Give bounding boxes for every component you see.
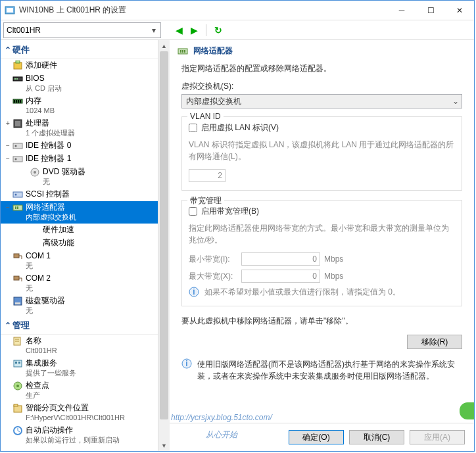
tree-item[interactable]: COM 2无	[1, 272, 158, 295]
tree-item[interactable]: 内存1024 MB	[1, 95, 158, 117]
item-icon	[30, 167, 40, 178]
content-body: 指定网络适配器的配置或移除网络适配器。 虚拟交换机(S): 内部虚拟交换机 ⌄ …	[170, 59, 474, 423]
svg-point-21	[15, 194, 17, 196]
vlan-id-input[interactable]	[189, 169, 226, 182]
body: ⌃ 硬件 添加硬件BIOS从 CD 启动内存1024 MB+处理器1 个虚拟处理…	[1, 40, 474, 451]
management-label: 管理	[12, 320, 30, 331]
tree-scrollbar[interactable]: ▲ ▼	[158, 40, 170, 451]
svg-rect-5	[14, 78, 16, 80]
bw-max-input[interactable]	[241, 270, 320, 283]
panel-title: 网络适配器	[193, 45, 233, 57]
svg-rect-23	[15, 206, 16, 209]
item-icon	[30, 238, 40, 249]
remove-description: 要从此虚拟机中移除网络适配器，请单击"移除"。	[181, 316, 353, 327]
bw-min-input[interactable]	[241, 252, 320, 266]
svg-rect-38	[14, 404, 18, 406]
vlan-enable-label: 启用虚拟 LAN 标识(V)	[201, 122, 279, 133]
tree-item[interactable]: SCSI 控制器	[1, 188, 158, 201]
apply-button[interactable]: 应用(A)	[410, 430, 465, 444]
item-label: 磁盘驱动器	[26, 296, 158, 306]
management-header[interactable]: ⌃ 管理	[1, 317, 158, 335]
scroll-thumb[interactable]	[160, 51, 168, 419]
chevron-down-icon: ▾	[149, 26, 159, 35]
bw-max-label: 最大带宽(X):	[189, 271, 241, 282]
vlan-enable-checkbox[interactable]: 启用虚拟 LAN 标识(V)	[189, 122, 455, 133]
refresh-icon[interactable]: ↻	[214, 25, 222, 36]
svg-rect-8	[14, 100, 15, 103]
svg-rect-10	[18, 100, 19, 103]
scroll-up-icon[interactable]: ▲	[158, 40, 170, 51]
item-sublabel: 从 CD 启动	[26, 83, 158, 93]
tree-item[interactable]: 硬件加速	[1, 224, 158, 237]
tree-item[interactable]: BIOS从 CD 启动	[1, 72, 158, 95]
expander-icon: −	[3, 141, 12, 151]
tree-item[interactable]: −IDE 控制器 1	[1, 153, 158, 166]
collapse-icon: ⌃	[3, 321, 12, 330]
toolbar: Clt001HR ▾ ◀ ▶ ↻	[1, 20, 474, 40]
item-label: SCSI 控制器	[26, 189, 158, 199]
item-sublabel: 如果以前运行过，则重新启动	[26, 435, 158, 445]
vlan-checkbox-input[interactable]	[189, 124, 197, 132]
svg-rect-9	[16, 100, 17, 103]
maximize-button[interactable]: ☐	[416, 1, 445, 20]
minimize-button[interactable]: ─	[387, 1, 416, 20]
svg-rect-1	[7, 8, 13, 12]
item-sublabel: 1024 MB	[26, 106, 158, 116]
vlan-title: VLAN ID	[187, 112, 224, 121]
item-icon	[12, 381, 23, 391]
item-icon	[12, 118, 23, 129]
bw-min-row: 最小带宽(I): Mbps	[189, 252, 455, 266]
tree-item[interactable]: −网络适配器内部虚拟交换机	[1, 201, 158, 224]
bw-enable-label: 启用带宽管理(B)	[201, 206, 259, 217]
item-icon	[12, 141, 23, 151]
item-label: 硬件加速	[43, 225, 158, 235]
svg-rect-28	[15, 302, 20, 304]
item-sublabel: 无	[43, 177, 158, 187]
nav-prev-icon[interactable]: ◀	[176, 25, 183, 36]
tree-item[interactable]: 高级功能	[1, 237, 158, 250]
remove-row: 要从此虚拟机中移除网络适配器，请单击"移除"。	[181, 316, 462, 327]
tree-item[interactable]: +处理器1 个虚拟处理器	[1, 117, 158, 139]
item-sublabel: 提供了一些服务	[26, 368, 158, 378]
tree-item[interactable]: −IDE 控制器 0	[1, 139, 158, 153]
tree-item[interactable]: DVD 驱动器无	[1, 166, 158, 188]
tree-item[interactable]: 名称Clt001HR	[1, 335, 158, 357]
tree-item[interactable]: 添加硬件	[1, 59, 158, 72]
chevron-down-icon: ⌄	[452, 97, 459, 106]
vlan-group: VLAN ID 启用虚拟 LAN 标识(V) VLAN 标识符指定虚拟 LAN，…	[181, 116, 462, 191]
ok-button[interactable]: 确定(O)	[289, 430, 344, 444]
tree-item[interactable]: 智能分页文件位置F:\HyperV\Clt001HR\Clt001HR	[1, 402, 158, 424]
switch-value: 内部虚拟交换机	[186, 96, 241, 107]
svg-point-36	[16, 385, 19, 387]
virtual-switch-dropdown[interactable]: 内部虚拟交换机 ⌄	[181, 94, 462, 108]
item-icon	[12, 203, 23, 213]
tree-item[interactable]: COM 1无	[1, 250, 158, 272]
scroll-down-icon[interactable]: ▼	[158, 440, 170, 451]
vm-selector-combo[interactable]: Clt001HR ▾	[3, 22, 161, 38]
svg-rect-24	[17, 206, 18, 209]
bw-enable-checkbox[interactable]: 启用带宽管理(B)	[189, 206, 455, 217]
bw-title: 带宽管理	[187, 195, 224, 206]
item-label: COM 1	[26, 251, 158, 261]
item-label: 网络适配器	[26, 203, 158, 212]
nav-buttons: ◀ ▶ ↻	[164, 24, 222, 36]
expander-icon: −	[3, 203, 12, 213]
remove-button[interactable]: 移除(R)	[407, 335, 462, 349]
item-icon	[12, 96, 23, 107]
svg-rect-14	[13, 143, 22, 149]
tree-item[interactable]: 集成服务提供了一些服务	[1, 357, 158, 379]
svg-rect-34	[18, 362, 20, 364]
cancel-button[interactable]: 取消(C)	[349, 430, 404, 444]
tree-item[interactable]: 自动启动操作如果以前运行过，则重新启动	[1, 424, 158, 446]
tree-item[interactable]: 磁盘驱动器无	[1, 295, 158, 317]
close-button[interactable]: ✕	[445, 1, 474, 20]
item-icon	[12, 336, 23, 346]
bw-checkbox-input[interactable]	[189, 207, 197, 216]
tree-item[interactable]: 检查点生产	[1, 379, 158, 402]
nav-next-icon[interactable]: ▶	[191, 25, 198, 36]
bw-min-label: 最小带宽(I):	[189, 254, 241, 265]
svg-rect-32	[14, 360, 22, 367]
info-icon: i	[189, 287, 199, 297]
legacy-warning-text: 使用旧版网络适配器(而不是该网络适配器)执行基于网络的来宾操作系统安装，或者在来…	[197, 358, 462, 382]
hardware-header[interactable]: ⌃ 硬件	[1, 41, 158, 59]
